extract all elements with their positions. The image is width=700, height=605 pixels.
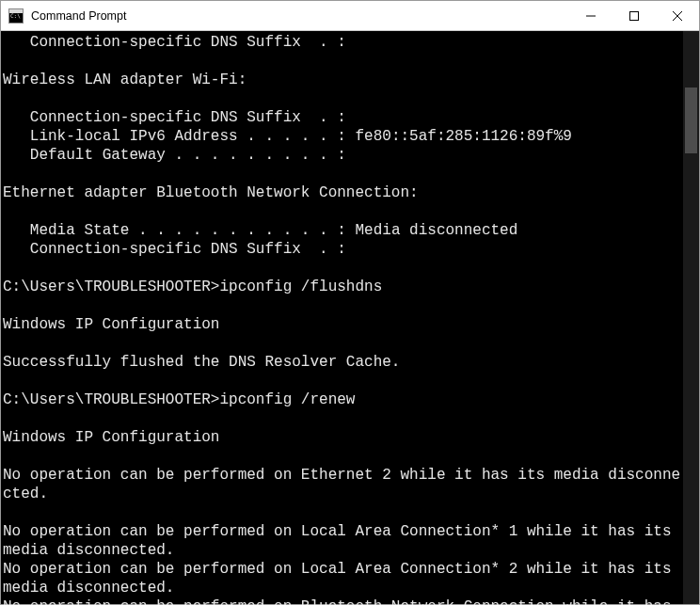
terminal-line: C:\Users\TROUBLESHOOTER>ipconfig /renew — [3, 390, 683, 409]
terminal-line: No operation can be performed on Local A… — [3, 560, 683, 597]
minimize-button[interactable] — [569, 1, 612, 30]
terminal-line: Successfully flushed the DNS Resolver Ca… — [3, 353, 683, 372]
titlebar[interactable]: Command Prompt — [1, 1, 699, 31]
terminal-line: Default Gateway . . . . . . . . . : — [3, 146, 683, 165]
terminal-line — [3, 409, 683, 428]
terminal-line — [3, 372, 683, 390]
terminal-line — [3, 447, 683, 466]
cmd-icon — [8, 8, 24, 24]
terminal-line: Connection-specific DNS Suffix . : — [3, 33, 683, 52]
terminal-line — [3, 334, 683, 353]
terminal-line: No operation can be performed on Bluetoo… — [3, 597, 683, 605]
maximize-button[interactable] — [612, 1, 656, 30]
terminal-line: Wireless LAN adapter Wi-Fi: — [3, 71, 683, 89]
close-button[interactable] — [656, 1, 699, 30]
client-area: Connection-specific DNS Suffix . : Wirel… — [1, 31, 699, 604]
terminal-line — [3, 202, 683, 221]
terminal-output[interactable]: Connection-specific DNS Suffix . : Wirel… — [1, 31, 683, 604]
terminal-line: Link-local IPv6 Address . . . . . : fe80… — [3, 127, 683, 146]
terminal-line: Connection-specific DNS Suffix . : — [3, 240, 683, 259]
terminal-line: Windows IP Configuration — [3, 428, 683, 447]
window-title: Command Prompt — [31, 9, 569, 23]
terminal-line — [3, 52, 683, 71]
terminal-line: Connection-specific DNS Suffix . : — [3, 108, 683, 127]
scrollbar[interactable] — [683, 31, 699, 604]
window: Command Prompt Connection-specific DNS S… — [0, 0, 700, 605]
terminal-line: Windows IP Configuration — [3, 315, 683, 334]
terminal-line — [3, 296, 683, 315]
terminal-line — [3, 165, 683, 183]
terminal-line — [3, 89, 683, 108]
terminal-line: Media State . . . . . . . . . . . : Medi… — [3, 221, 683, 240]
terminal-line: No operation can be performed on Local A… — [3, 522, 683, 560]
terminal-line: No operation can be performed on Etherne… — [3, 466, 683, 503]
svg-rect-1 — [630, 11, 639, 20]
scrollbar-thumb[interactable] — [685, 88, 697, 153]
terminal-line — [3, 503, 683, 522]
terminal-line — [3, 259, 683, 278]
terminal-line: Ethernet adapter Bluetooth Network Conne… — [3, 183, 683, 202]
window-controls — [569, 1, 699, 30]
terminal-line: C:\Users\TROUBLESHOOTER>ipconfig /flushd… — [3, 278, 683, 296]
